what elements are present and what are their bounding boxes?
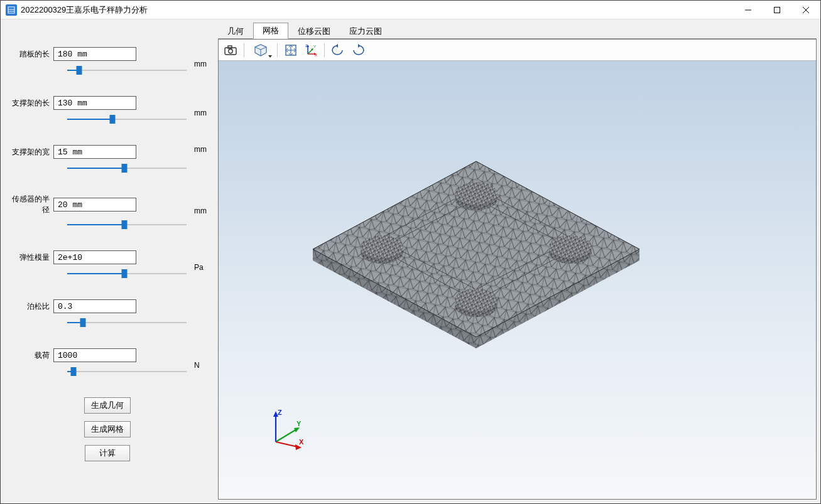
svg-point-51 [455, 289, 497, 311]
app-icon [6, 4, 17, 16]
svg-line-59 [276, 442, 298, 447]
param-label: 支撑架的宽 [6, 147, 53, 158]
param-input[interactable] [53, 348, 136, 362]
svg-point-39 [455, 182, 497, 205]
titlebar: 2022200329王嘉乐电子秤静力分析 [1, 1, 820, 19]
param-row: 踏板的长 mm [6, 47, 209, 75]
svg-marker-26 [335, 44, 338, 48]
param-row: 弹性模量 Pa [6, 250, 209, 278]
window-title: 2022200329王嘉乐电子秤静力分析 [21, 4, 148, 16]
param-row: 载荷 N [6, 348, 209, 376]
svg-rect-0 [8, 7, 14, 13]
view-tabs: 几何网格位移云图应力云图 [214, 23, 817, 38]
svg-text:Y: Y [296, 420, 302, 427]
param-unit: mm [194, 109, 207, 117]
generate-geometry-button[interactable]: 生成几何 [84, 397, 131, 414]
tab-2[interactable]: 位移云图 [288, 23, 340, 39]
svg-text:X: X [315, 53, 317, 56]
viewport-3d[interactable]: Z Y X [219, 61, 816, 499]
param-slider[interactable] [67, 220, 187, 229]
param-input[interactable] [53, 250, 136, 264]
tab-3[interactable]: 应力云图 [340, 23, 391, 39]
param-label: 载荷 [6, 350, 53, 361]
param-unit: mm [194, 60, 207, 68]
param-label: 传感器的半径 [6, 194, 53, 215]
param-slider[interactable] [67, 367, 187, 376]
svg-point-43 [361, 235, 403, 258]
param-row: 支撑架的宽 mm [6, 145, 209, 173]
svg-text:Y: Y [313, 45, 316, 48]
fit-view-icon[interactable] [281, 41, 300, 59]
param-unit: mm [194, 145, 207, 154]
param-input[interactable] [53, 145, 136, 159]
svg-rect-8 [228, 46, 232, 48]
rotate-right-icon[interactable] [349, 41, 367, 59]
param-input[interactable] [53, 198, 136, 212]
viewer-frame: Z Y X [218, 39, 817, 500]
maximize-button[interactable] [763, 1, 791, 19]
minimize-button[interactable] [734, 1, 763, 19]
close-button[interactable] [791, 1, 820, 19]
generate-mesh-button[interactable]: 生成网格 [84, 421, 131, 437]
param-row: 支撑架的长 mm [6, 96, 209, 124]
tab-0[interactable]: 几何 [218, 23, 253, 39]
svg-marker-27 [358, 44, 361, 48]
tab-1[interactable]: 网格 [253, 23, 288, 39]
mesh-model [288, 130, 665, 368]
svg-text:Z: Z [305, 44, 308, 48]
param-label: 弹性模量 [6, 252, 53, 263]
param-slider[interactable] [67, 269, 187, 278]
camera-icon[interactable] [221, 41, 240, 59]
param-slider[interactable] [67, 66, 187, 75]
param-input[interactable] [53, 96, 136, 110]
param-input[interactable] [53, 47, 136, 61]
compute-button[interactable]: 计算 [85, 445, 130, 461]
param-unit: Pa [194, 263, 204, 272]
param-input[interactable] [53, 299, 136, 313]
svg-point-47 [549, 235, 592, 258]
axes-toggle-icon[interactable]: Z Y X [302, 41, 320, 59]
svg-line-56 [276, 429, 296, 442]
param-unit: N [194, 361, 200, 370]
param-unit: mm [194, 206, 207, 215]
param-label: 支撑架的长 [6, 98, 53, 109]
svg-point-9 [229, 49, 232, 53]
param-slider[interactable] [67, 318, 187, 327]
rotate-left-icon[interactable] [329, 41, 347, 59]
viewer-toolbar: Z Y X [219, 40, 816, 61]
param-label: 泊松比 [6, 301, 53, 312]
svg-marker-57 [294, 427, 300, 432]
orientation-triad: Z Y X [266, 407, 310, 451]
param-slider[interactable] [67, 115, 187, 124]
viewer-panel: 几何网格位移云图应力云图 [214, 19, 820, 503]
iso-cube-icon[interactable] [248, 41, 273, 59]
parameters-panel: 踏板的长 mm 支撑架的长 mm 支撑架的宽 mm [1, 19, 214, 503]
svg-text:Z: Z [278, 409, 282, 416]
svg-rect-4 [775, 7, 780, 13]
param-slider[interactable] [67, 164, 187, 173]
param-row: 传感器的半径 mm [6, 194, 209, 229]
svg-text:X: X [299, 438, 304, 446]
param-label: 踏板的长 [6, 49, 53, 60]
param-row: 泊松比 [6, 299, 209, 327]
